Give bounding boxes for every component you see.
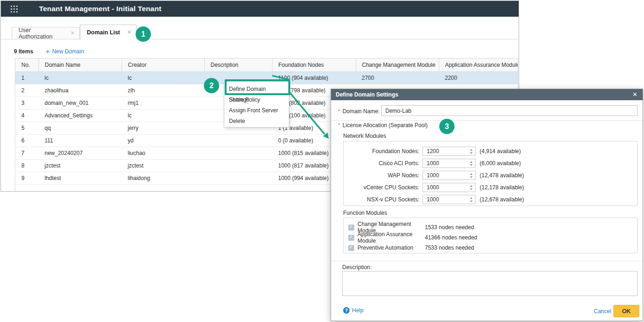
function-modules-box: Change Management Module 1533 nodes need… bbox=[343, 218, 637, 253]
domain-name-input[interactable]: Demo-Lab bbox=[381, 105, 637, 116]
column-header[interactable]: Application Assurance Module bbox=[439, 58, 518, 71]
function-module-row: Application Assurance Module 41366 nodes… bbox=[344, 232, 637, 243]
spinner-up-down-icon[interactable] bbox=[468, 195, 475, 204]
dialog-divider bbox=[331, 261, 643, 261]
required-asterisk: * bbox=[338, 108, 340, 115]
spinner-up-down-icon[interactable] bbox=[468, 159, 475, 167]
cell-domain-name: zhaolihua bbox=[39, 84, 122, 97]
function-module-row: Preventive Automation 7533 nodes needed bbox=[344, 243, 637, 253]
column-header[interactable]: Creator bbox=[122, 58, 204, 71]
cell-domain-name: domain_new_001 bbox=[39, 97, 122, 109]
required-asterisk: * bbox=[338, 122, 340, 129]
ok-button[interactable]: OK bbox=[613, 305, 639, 317]
app-header: Tenant Management - Initial Tenant bbox=[1, 1, 519, 17]
context-menu-item[interactable]: Assign Front Server bbox=[224, 105, 289, 116]
spinner-up-icon[interactable] bbox=[470, 197, 473, 199]
items-count: 9 Items bbox=[14, 48, 33, 55]
cell-description bbox=[204, 159, 272, 172]
spinner-down-icon[interactable] bbox=[470, 188, 473, 190]
available-count: (12,678 available) bbox=[480, 196, 524, 203]
checkbox-checked-icon[interactable] bbox=[348, 235, 354, 241]
function-module-label: Preventive Automation bbox=[358, 245, 425, 251]
cell-creator: lihaidong bbox=[122, 172, 204, 184]
network-module-row: NSX-v CPU Sockets: 1000 (12,678 availabl… bbox=[344, 193, 637, 206]
context-menu-item[interactable]: Delete bbox=[224, 116, 289, 127]
cell-application-assurance: 2200 bbox=[439, 71, 518, 84]
define-domain-settings-dialog: Define Domain Settings ✕ * Domain Name: … bbox=[331, 89, 643, 321]
spinner-up-down-icon[interactable] bbox=[468, 183, 475, 192]
description-label: Description: bbox=[342, 264, 371, 270]
number-input[interactable]: 1000 bbox=[423, 183, 475, 192]
spinner-up-down-icon[interactable] bbox=[468, 171, 475, 180]
annotation-step-2: 2 bbox=[204, 78, 219, 93]
number-input[interactable]: 1000 bbox=[423, 195, 475, 204]
cell-no: 3 bbox=[15, 97, 39, 109]
annotation-step-3: 3 bbox=[439, 119, 455, 134]
available-count: (12,178 available) bbox=[480, 184, 524, 191]
column-header[interactable]: No. bbox=[15, 58, 39, 71]
dialog-titlebar: Define Domain Settings ✕ bbox=[331, 89, 643, 100]
function-module-label: Application Assurance Module bbox=[358, 231, 425, 244]
checkbox-checked-icon[interactable] bbox=[348, 245, 354, 251]
tab-close-icon[interactable]: ✕ bbox=[127, 29, 131, 35]
column-header[interactable]: Description bbox=[204, 58, 272, 71]
annotation-highlight-rect bbox=[225, 79, 290, 95]
cell-creator: rmj1 bbox=[122, 97, 204, 109]
number-input[interactable]: 1000 bbox=[423, 159, 475, 168]
spinner-down-icon[interactable] bbox=[470, 164, 473, 166]
available-count: (12,478 available) bbox=[480, 172, 524, 179]
dialog-close-icon[interactable]: ✕ bbox=[632, 91, 637, 98]
spinner-up-icon[interactable] bbox=[470, 161, 473, 163]
cell-no: 2 bbox=[15, 84, 39, 97]
help-button[interactable]: ? Help bbox=[343, 307, 364, 314]
dialog-divider bbox=[331, 120, 643, 121]
spinner-down-icon[interactable] bbox=[470, 152, 473, 154]
spinner-up-down-icon[interactable] bbox=[468, 147, 475, 155]
column-header[interactable]: Domain Name bbox=[39, 58, 122, 71]
spinner-down-icon[interactable] bbox=[470, 176, 473, 178]
network-module-label: Cisco ACI Ports: bbox=[344, 160, 419, 167]
column-header[interactable]: Change Management Module bbox=[356, 58, 439, 71]
column-header[interactable]: Foundation Nodes bbox=[272, 58, 356, 71]
screenshot-canvas: Tenant Management - Initial Tenant User … bbox=[0, 0, 644, 322]
cell-change-management: 2700 bbox=[356, 71, 439, 84]
help-icon: ? bbox=[343, 307, 350, 314]
spinner-up-icon[interactable] bbox=[470, 185, 473, 187]
cell-description bbox=[204, 172, 272, 184]
cell-domain-name: lc bbox=[39, 71, 122, 84]
tab-label: Domain List bbox=[87, 29, 120, 36]
network-module-label: WAP Nodes: bbox=[344, 172, 419, 179]
spinner-up-icon[interactable] bbox=[470, 173, 473, 175]
plus-icon: + bbox=[46, 47, 50, 55]
checkbox-checked-icon[interactable] bbox=[348, 225, 354, 231]
table-toolbar: 9 Items + New Domain bbox=[14, 47, 84, 55]
cancel-button[interactable]: Cancel bbox=[594, 308, 611, 315]
annotation-step-1: 1 bbox=[136, 26, 151, 42]
tab-domain-list[interactable]: Domain List ✕ bbox=[80, 25, 137, 39]
number-input[interactable]: 1000 bbox=[423, 171, 475, 180]
tab-close-icon[interactable]: ✕ bbox=[71, 30, 75, 36]
app-launcher-grid-icon[interactable] bbox=[10, 5, 18, 13]
network-modules-label: Network Modules bbox=[343, 133, 386, 139]
spinner-up-icon[interactable] bbox=[470, 149, 473, 151]
available-count: (6,000 available) bbox=[480, 160, 521, 167]
cell-description bbox=[204, 147, 272, 159]
cell-no: 4 bbox=[15, 109, 39, 122]
tab-label: User Authorization bbox=[19, 27, 66, 40]
cell-domain-name: jzctest bbox=[39, 159, 122, 172]
description-textarea[interactable] bbox=[342, 271, 637, 296]
number-input[interactable]: 1200 bbox=[423, 147, 475, 156]
network-module-row: Foundation Nodes: 1200 (4,914 available) bbox=[344, 145, 637, 157]
new-domain-button[interactable]: + New Domain bbox=[46, 47, 84, 55]
cell-creator: liuchao bbox=[122, 147, 204, 159]
cell-creator: jerry bbox=[122, 122, 204, 134]
cell-domain-name: qq bbox=[39, 122, 122, 134]
license-allocation-row: * License Allocation (Separate Pool) bbox=[338, 122, 428, 129]
tab-user-authorization[interactable]: User Authorization ✕ bbox=[12, 27, 80, 39]
context-menu-item[interactable]: Share Policy bbox=[224, 95, 289, 105]
app-title: Tenant Management - Initial Tenant bbox=[39, 1, 162, 17]
cell-creator: yd bbox=[122, 134, 204, 147]
spinner-down-icon[interactable] bbox=[470, 200, 473, 202]
cell-creator: jzctest bbox=[122, 159, 204, 172]
cell-no: 7 bbox=[15, 147, 39, 159]
